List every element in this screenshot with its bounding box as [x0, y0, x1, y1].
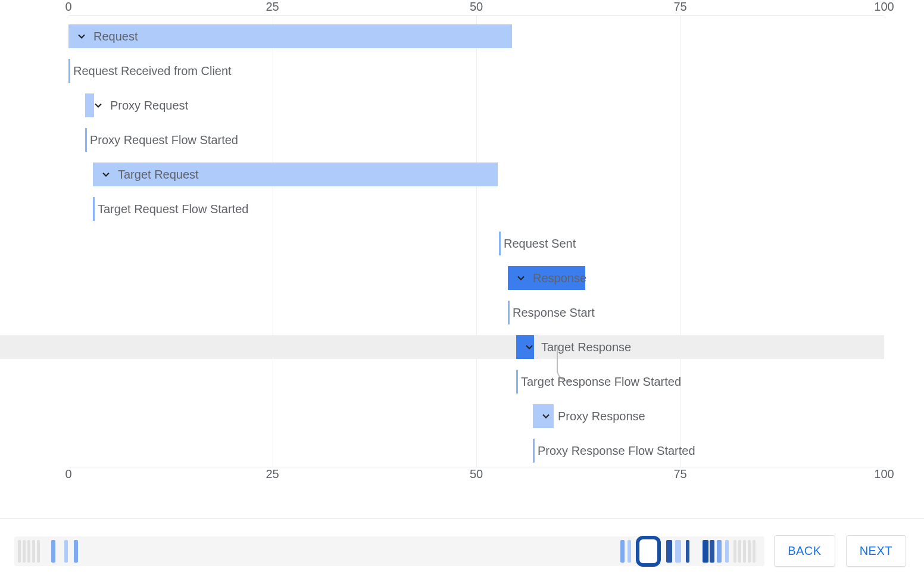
row-target-request[interactable]: Target Request — [0, 163, 884, 186]
minimap[interactable] — [14, 536, 764, 566]
tick-label: 0 — [65, 467, 71, 481]
chevron-down-icon[interactable] — [515, 272, 527, 284]
chevron-down-icon[interactable] — [92, 99, 104, 111]
row-label: Request Received from Client — [73, 64, 232, 78]
chevron-down-icon[interactable] — [100, 168, 112, 180]
row-label: Response — [533, 271, 586, 285]
row-request-sent[interactable]: Request Sent — [0, 232, 884, 255]
row-request[interactable]: Request — [0, 24, 884, 48]
tick-label: 25 — [266, 467, 279, 481]
row-request-received[interactable]: Request Received from Client — [0, 59, 884, 83]
row-label: Target Request Flow Started — [98, 202, 248, 216]
row-label: Response Start — [513, 306, 595, 320]
back-button[interactable]: BACK — [774, 535, 835, 567]
row-proxy-request[interactable]: Proxy Request — [0, 93, 884, 117]
tick-label: 50 — [470, 0, 483, 14]
row-label: Proxy Response Flow Started — [538, 444, 695, 458]
tick-label: 75 — [673, 0, 686, 14]
row-proxy-request-flow[interactable]: Proxy Request Flow Started — [0, 128, 884, 152]
row-target-response[interactable]: Target Response — [0, 335, 884, 359]
next-button[interactable]: NEXT — [846, 535, 906, 567]
row-response-start[interactable]: Response Start — [0, 301, 884, 324]
row-target-request-flow[interactable]: Target Request Flow Started — [0, 197, 884, 221]
tick-label: 100 — [874, 0, 894, 14]
footer-buttons: BACK NEXT — [774, 535, 906, 567]
minimap-cursor[interactable] — [636, 536, 661, 567]
axis-bottom: 0 25 50 75 100 — [68, 467, 884, 482]
row-label: Proxy Request — [110, 99, 188, 113]
row-label: Target Response Flow Started — [521, 375, 681, 389]
chevron-down-icon[interactable] — [76, 30, 88, 42]
row-target-response-flow[interactable]: Target Response Flow Started — [0, 370, 884, 394]
row-label: Target Response — [541, 341, 631, 354]
tick-label: 75 — [673, 467, 686, 481]
row-label: Request — [93, 30, 138, 43]
chevron-down-icon[interactable] — [523, 341, 535, 353]
row-label: Proxy Response — [558, 410, 645, 423]
row-label: Proxy Request Flow Started — [90, 133, 238, 147]
row-proxy-response[interactable]: Proxy Response — [0, 404, 884, 428]
row-response[interactable]: Response — [0, 266, 884, 290]
row-label: Request Sent — [504, 237, 576, 251]
timeline-chart: 0 25 50 75 100 Request Request Received … — [68, 0, 884, 479]
axis-top: 0 25 50 75 100 — [68, 0, 884, 15]
tick-label: 100 — [874, 467, 894, 481]
row-label: Target Request — [118, 168, 199, 182]
tick-label: 25 — [266, 0, 279, 14]
row-proxy-response-flow[interactable]: Proxy Response Flow Started — [0, 439, 884, 463]
tick-label: 50 — [470, 467, 483, 481]
footer: BACK NEXT — [0, 518, 924, 535]
chevron-down-icon[interactable] — [540, 410, 552, 422]
tick-label: 0 — [65, 0, 71, 14]
